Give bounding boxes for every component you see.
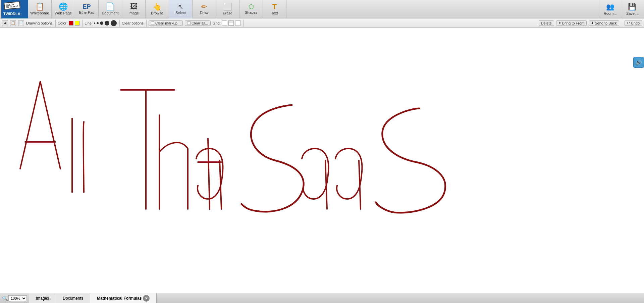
line-extra-thick[interactable] bbox=[111, 20, 117, 26]
color-label: Color: bbox=[58, 21, 67, 25]
tool-web-page[interactable]: 🌐 Web Page bbox=[52, 0, 75, 18]
tool-select-label: Select bbox=[175, 11, 186, 15]
line-medium-thin[interactable] bbox=[97, 22, 99, 24]
room-icon: 👥 bbox=[606, 3, 614, 11]
line-label: Line: bbox=[85, 21, 93, 25]
bring-to-front-label: Bring to Front bbox=[562, 21, 585, 25]
tab-documents[interactable]: Documents bbox=[56, 293, 90, 303]
clear-options-section: Clear options bbox=[122, 20, 147, 27]
drawing-svg bbox=[0, 28, 644, 293]
tool-save-label: Save... bbox=[626, 11, 638, 15]
tool-text-label: Text bbox=[271, 11, 278, 15]
tool-room-label: Room... bbox=[604, 11, 617, 15]
tool-select[interactable]: ↖ Select bbox=[169, 0, 193, 18]
save-icon: 💾 bbox=[628, 3, 636, 11]
clear-all-label: Clear all... bbox=[192, 21, 208, 25]
grid-lines[interactable] bbox=[228, 20, 234, 26]
tool-browse[interactable]: 👆 Browse bbox=[146, 0, 169, 18]
tab-close-btn[interactable]: × bbox=[143, 295, 150, 302]
second-toolbar: ◀ 📋 📄 Drawing options Color: Line: Clear… bbox=[0, 18, 644, 28]
tool-whiteboard[interactable]: 📋 Whiteboard bbox=[28, 0, 52, 18]
tool-etherpad[interactable]: EP EtherPad bbox=[75, 0, 99, 18]
send-to-back-icon: ⬇ bbox=[591, 21, 594, 25]
drawing-options-section: Drawing options bbox=[26, 20, 56, 27]
document-icon: 📄 bbox=[106, 3, 115, 10]
tool-save[interactable]: 💾 Save... bbox=[621, 0, 643, 18]
clear-all-btn[interactable]: Clear all... bbox=[185, 20, 211, 26]
tool-etherpad-label: EtherPad bbox=[79, 10, 95, 14]
tab-images-label: Images bbox=[36, 296, 49, 301]
tab-images[interactable]: Images bbox=[29, 293, 56, 303]
text-icon: T bbox=[272, 3, 277, 10]
clear-options-label: Clear options bbox=[122, 21, 144, 25]
browse-icon: 👆 bbox=[153, 3, 162, 10]
line-thick[interactable] bbox=[105, 21, 109, 26]
copy-btn[interactable]: 📋 bbox=[10, 20, 16, 26]
clear-markup-btn[interactable]: Clear markup... bbox=[149, 20, 183, 26]
tool-erase[interactable]: ⬜ Erase bbox=[216, 0, 239, 18]
clear-markup-checkbox[interactable] bbox=[151, 21, 154, 25]
tool-draw-label: Draw bbox=[200, 11, 209, 15]
hello-tag: HELLO MY NAME IS bbox=[4, 1, 20, 9]
color-yellow[interactable] bbox=[75, 21, 79, 26]
zoom-select[interactable]: 100% 75% 50% 150% 200% bbox=[8, 295, 27, 301]
tool-whiteboard-label: Whiteboard bbox=[30, 11, 49, 15]
back-btn[interactable]: ◀ bbox=[2, 20, 8, 26]
whiteboard-icon: 📋 bbox=[35, 3, 44, 10]
line-medium[interactable] bbox=[100, 21, 103, 25]
drawing-options-label: Drawing options bbox=[26, 21, 53, 25]
delete-btn[interactable]: Delete bbox=[539, 20, 554, 26]
web-page-icon: 🌐 bbox=[59, 3, 68, 10]
whiteboard-canvas[interactable]: 🔊 bbox=[0, 28, 644, 293]
grid-section: Grid: bbox=[213, 20, 244, 27]
clear-markup-label: Clear markup... bbox=[155, 21, 180, 25]
tool-image[interactable]: 🖼 Image bbox=[122, 0, 146, 18]
paste-btn[interactable]: 📄 bbox=[18, 20, 24, 26]
tool-web-page-label: Web Page bbox=[55, 11, 72, 15]
draw-icon: ✏ bbox=[201, 3, 207, 10]
right-panel: 🔊 bbox=[632, 56, 644, 69]
line-section: Line: bbox=[85, 20, 120, 27]
zoom-area: 🔍 100% 75% 50% 150% 200% bbox=[0, 293, 29, 303]
clear-all-checkbox[interactable] bbox=[187, 21, 191, 25]
tool-image-label: Image bbox=[128, 11, 139, 15]
undo-label: Undo bbox=[631, 21, 640, 25]
bottom-bar: 🔍 100% 75% 50% 150% 200% Images Document… bbox=[0, 293, 644, 303]
tab-mathematical-formulas-label: Mathematical Formulas bbox=[97, 296, 142, 301]
erase-icon: ⬜ bbox=[223, 3, 232, 10]
image-icon: 🖼 bbox=[130, 3, 138, 10]
zoom-icon[interactable]: 🔍 bbox=[2, 296, 8, 301]
color-red[interactable] bbox=[69, 21, 73, 26]
undo-btn[interactable]: ↩ Undo bbox=[625, 20, 642, 26]
bring-to-front-btn[interactable]: ⬆ Bring to Front bbox=[556, 20, 587, 26]
etherpad-icon: EP bbox=[83, 4, 91, 10]
grid-dots[interactable] bbox=[235, 20, 240, 26]
tool-shapes[interactable]: ⬡ Shapes bbox=[239, 0, 263, 18]
grid-none[interactable] bbox=[222, 20, 227, 26]
color-section: Color: bbox=[58, 20, 83, 27]
undo-icon: ↩ bbox=[627, 21, 630, 25]
tool-erase-label: Erase bbox=[223, 11, 232, 15]
grid-label: Grid: bbox=[213, 21, 221, 25]
bring-to-front-icon: ⬆ bbox=[558, 21, 561, 25]
shapes-icon: ⬡ bbox=[249, 4, 254, 10]
send-to-back-btn[interactable]: ⬇ Send to Back bbox=[589, 20, 619, 26]
logo[interactable]: HELLO MY NAME IS TWIDDLA: bbox=[1, 0, 28, 18]
tool-draw[interactable]: ✏ Draw bbox=[193, 0, 216, 18]
twiddla-label: TWIDDLA: bbox=[3, 12, 21, 16]
line-thin[interactable] bbox=[94, 22, 95, 24]
tool-text[interactable]: T Text bbox=[263, 0, 286, 18]
delete-label: Delete bbox=[541, 21, 552, 25]
tool-document[interactable]: 📄 Document bbox=[99, 0, 122, 18]
tab-mathematical-formulas[interactable]: Mathematical Formulas × bbox=[90, 293, 157, 303]
send-to-back-label: Send to Back bbox=[595, 21, 616, 25]
tool-browse-label: Browse bbox=[151, 11, 163, 15]
audio-btn[interactable]: 🔊 bbox=[633, 57, 644, 68]
tool-room[interactable]: 👥 Room... bbox=[599, 0, 621, 18]
tool-shapes-label: Shapes bbox=[245, 10, 257, 14]
select-icon: ↖ bbox=[178, 3, 183, 10]
tool-document-label: Document bbox=[102, 11, 118, 15]
top-toolbar: HELLO MY NAME IS TWIDDLA: 📋 Whiteboard 🌐… bbox=[0, 0, 644, 18]
tab-documents-label: Documents bbox=[63, 296, 83, 301]
